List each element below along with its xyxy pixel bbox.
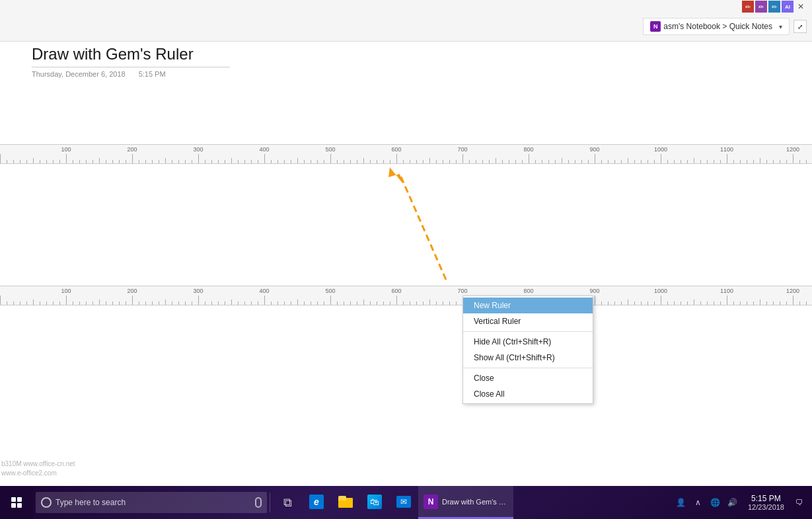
- volume-icon[interactable]: 🔊: [725, 495, 740, 510]
- menu-item-close[interactable]: Close: [463, 370, 593, 386]
- ruler-tick: [92, 301, 93, 305]
- ruler-tick: [575, 160, 575, 163]
- notifications-icon[interactable]: 🗨: [792, 495, 807, 510]
- ruler-label: 900: [589, 288, 599, 294]
- taskbar-app-onenote[interactable]: N Draw with Gem's R...: [418, 486, 513, 519]
- taskbar-app-explorer[interactable]: [331, 486, 360, 519]
- menu-item-vertical-ruler[interactable]: Vertical Ruler: [463, 313, 593, 329]
- pen1-icon[interactable]: ✏: [742, 1, 754, 13]
- ruler-tick: [542, 160, 542, 163]
- ruler-tick: [700, 301, 701, 305]
- ruler-tick: [429, 299, 430, 305]
- chevron-up-icon[interactable]: ∧: [691, 495, 706, 510]
- ruler-tick: [700, 160, 701, 163]
- ruler-tick: [317, 301, 318, 305]
- ruler-tick: [291, 160, 291, 163]
- ruler-tick: [304, 160, 305, 163]
- menu-item-hide-all[interactable]: Hide All (Ctrl+Shift+R): [463, 334, 593, 350]
- ai-icon[interactable]: AI: [782, 1, 794, 13]
- ruler-tick: [198, 154, 199, 163]
- ruler-tick: [145, 160, 146, 163]
- ruler-tick: [66, 154, 67, 163]
- microphone-icon[interactable]: [255, 497, 262, 508]
- ruler-tick: [707, 160, 708, 163]
- ruler-tick: [674, 160, 675, 163]
- ruler-tick: [595, 154, 595, 163]
- notebook-breadcrumb[interactable]: N asm's Notebook > Quick Notes ▾: [643, 18, 790, 35]
- context-menu: New RulerVertical RulerHide All (Ctrl+Sh…: [462, 296, 593, 404]
- notebook-bar: N asm's Notebook > Quick Notes ▾ ⤢: [643, 15, 812, 38]
- ruler-tick: [344, 301, 344, 305]
- ruler-tick: [33, 158, 34, 163]
- search-icon: [41, 497, 52, 508]
- ruler-tick: [423, 160, 424, 163]
- taskbar-clock[interactable]: 5:15 PM 12/23/2018: [743, 494, 790, 511]
- ruler-tick: [357, 301, 357, 305]
- watermark-line2: www.e-office2.com: [1, 469, 75, 478]
- ruler-label: 300: [193, 146, 203, 153]
- ruler-tick: [456, 160, 457, 163]
- user-icon[interactable]: 👤: [674, 495, 688, 510]
- ruler-tick: [647, 160, 648, 163]
- ruler-tick: [476, 160, 476, 163]
- ruler-label: 100: [61, 288, 71, 294]
- ruler-tick: [112, 301, 113, 305]
- ruler-tick: [416, 160, 417, 163]
- ruler-tick: [714, 301, 714, 305]
- taskbar-app-mail[interactable]: ✉: [389, 486, 418, 519]
- ruler-tick: [496, 158, 496, 163]
- ruler-tick: [211, 301, 212, 305]
- ruler-tick: [449, 301, 450, 305]
- ruler-tick: [667, 301, 668, 305]
- task-view-button[interactable]: ⧉: [273, 486, 302, 519]
- ruler-tick: [403, 160, 404, 163]
- ruler-tick: [608, 301, 609, 305]
- menu-separator: [463, 331, 593, 332]
- menu-item-show-all[interactable]: Show All (Ctrl+Shift+R): [463, 350, 593, 366]
- menu-item-new-ruler[interactable]: New Ruler: [463, 298, 593, 313]
- page-title: Draw with Gem's Ruler: [32, 45, 230, 64]
- menu-item-close-all[interactable]: Close All: [463, 386, 593, 402]
- taskbar-search[interactable]: Type here to search: [36, 492, 267, 513]
- ruler-tick: [456, 301, 457, 305]
- ruler-tick: [271, 301, 272, 305]
- network-icon[interactable]: 🌐: [708, 495, 723, 510]
- ruler-tick: [799, 301, 800, 305]
- ruler-tick: [535, 160, 536, 163]
- ruler-tick: [727, 296, 727, 305]
- breadcrumb-chevron-icon[interactable]: ▾: [779, 23, 782, 30]
- edge-icon: e: [309, 495, 324, 509]
- pen2-icon[interactable]: ✏: [755, 1, 767, 13]
- ruler-label: 200: [127, 146, 137, 153]
- pen3-icon[interactable]: ✏: [768, 1, 780, 13]
- ruler-tick: [0, 154, 1, 163]
- ruler-tick: [152, 160, 153, 163]
- ruler-tick: [766, 160, 767, 163]
- ruler-tick: [363, 299, 364, 305]
- ruler-tick: [311, 160, 311, 163]
- ruler-top[interactable]: 100200300400500600700800900100011001200: [0, 144, 812, 164]
- ruler-tick: [231, 158, 232, 163]
- ruler-tick: [324, 160, 324, 163]
- ruler-tick: [793, 154, 794, 163]
- ruler-tick: [264, 296, 265, 305]
- close-window-icon[interactable]: ✕: [795, 1, 807, 13]
- page-divider: [32, 67, 230, 67]
- ruler-label: 1200: [786, 288, 799, 294]
- ruler-bottom[interactable]: 100200300400500600700800900100011001200: [0, 286, 812, 305]
- taskbar-app-store[interactable]: 🛍: [360, 486, 389, 519]
- ruler-tick: [185, 160, 186, 163]
- ruler-tick: [390, 160, 390, 163]
- ruler-tick: [304, 301, 305, 305]
- ruler-tick: [20, 160, 20, 163]
- expand-button[interactable]: ⤢: [794, 20, 807, 33]
- ruler-tick: [132, 296, 133, 305]
- start-button[interactable]: [0, 486, 33, 519]
- taskbar: Type here to search ⧉ e 🛍 ✉ N Draw with …: [0, 486, 812, 519]
- ruler-tick: [747, 160, 747, 163]
- taskbar-app-edge[interactable]: e: [302, 486, 331, 519]
- ruler-tick: [106, 160, 106, 163]
- ruler-label: 400: [259, 146, 269, 153]
- ruler-tick: [126, 301, 126, 305]
- ruler-label: 1200: [786, 146, 799, 153]
